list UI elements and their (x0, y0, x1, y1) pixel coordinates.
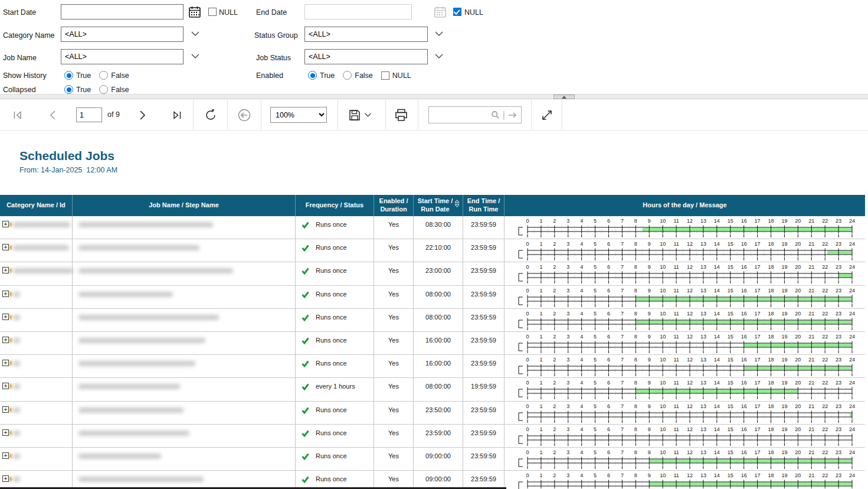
show-history-group: Show History True False (3, 71, 134, 80)
search-icon[interactable] (491, 110, 500, 119)
svg-text:16: 16 (741, 334, 747, 340)
svg-text:16: 16 (741, 288, 747, 294)
svg-text:13: 13 (700, 218, 706, 224)
job-name-combo[interactable] (61, 49, 184, 64)
start-date-null-label: NULL (219, 8, 238, 17)
svg-text:4: 4 (580, 264, 583, 270)
enabled-cell: Yes (374, 216, 414, 239)
search-input[interactable] (429, 111, 491, 119)
back-to-parent-icon[interactable] (235, 106, 253, 124)
end-date-input[interactable] (304, 4, 412, 19)
hours-timeline-chart: 0123456789101112131415161718192021222324 (508, 356, 862, 378)
svg-text:7: 7 (621, 357, 624, 363)
export-save-button[interactable] (345, 107, 375, 123)
expand-plus-icon[interactable]: + (2, 429, 9, 436)
svg-text:16: 16 (741, 380, 747, 386)
first-page-button[interactable] (9, 107, 26, 123)
expand-plus-icon[interactable]: + (2, 475, 9, 482)
start-date-input[interactable] (61, 4, 184, 19)
panel-splitter[interactable] (0, 94, 868, 99)
print-icon[interactable] (392, 106, 410, 124)
expand-plus-icon[interactable]: + (2, 406, 9, 413)
expand-plus-icon[interactable]: + (2, 314, 9, 320)
previous-page-button[interactable] (45, 107, 61, 123)
find-next-arrow-icon[interactable] (508, 112, 517, 119)
end-date-null-checkbox[interactable] (453, 8, 461, 16)
hours-timeline-cell: 0123456789101112131415161718192021222324 (505, 239, 865, 262)
svg-text:23: 23 (836, 218, 841, 224)
svg-text:8: 8 (634, 380, 637, 386)
header-start-time-label: Start Time / Run Date (416, 197, 460, 214)
job-status-combo[interactable] (304, 49, 428, 64)
status-group-combo[interactable] (304, 27, 428, 42)
svg-text:13: 13 (700, 288, 706, 294)
svg-text:11: 11 (673, 472, 679, 478)
job-name-chevron-down-icon[interactable] (191, 53, 199, 61)
hours-timeline-chart: 0123456789101112131415161718192021222324 (508, 403, 862, 425)
page-number-input[interactable] (76, 107, 102, 122)
svg-text:7: 7 (621, 288, 624, 294)
svg-text:3: 3 (566, 241, 569, 247)
table-row: + Runs once Yes 23:00:00 23:59:59 012345… (0, 262, 865, 285)
next-page-button[interactable] (134, 107, 150, 123)
svg-text:10: 10 (660, 426, 666, 432)
collapsed-true-radio[interactable] (64, 85, 73, 94)
svg-text:18: 18 (768, 288, 774, 294)
hours-timeline-chart: 0123456789101112131415161718192021222324 (508, 217, 862, 239)
svg-text:11: 11 (673, 218, 679, 224)
job-name-redacted-text (78, 338, 205, 343)
svg-text:2: 2 (553, 288, 556, 294)
expand-plus-icon[interactable]: + (2, 291, 9, 297)
svg-text:3: 3 (566, 403, 569, 409)
svg-text:1: 1 (539, 357, 542, 363)
collapse-parameters-button[interactable] (553, 94, 575, 99)
sort-icon[interactable] (454, 200, 460, 207)
hours-timeline-cell: 0123456789101112131415161718192021222324 (505, 355, 865, 377)
report-toolbar: of 9 100% | (0, 99, 868, 131)
expand-plus-icon[interactable]: + (2, 452, 9, 459)
collapsed-false-radio[interactable] (99, 85, 108, 94)
enabled-false-radio[interactable] (343, 71, 352, 80)
hours-timeline-cell: 0123456789101112131415161718192021222324 (505, 309, 865, 331)
last-page-button[interactable] (169, 107, 185, 123)
refresh-icon[interactable] (202, 106, 220, 124)
category-name-chevron-down-icon[interactable] (191, 31, 199, 39)
svg-text:14: 14 (714, 472, 720, 478)
expand-plus-icon[interactable]: + (2, 221, 9, 227)
hours-timeline-chart: 0123456789101112131415161718192021222324 (508, 472, 862, 489)
svg-text:20: 20 (795, 426, 801, 432)
show-history-true-radio[interactable] (64, 71, 73, 80)
start-date-calendar-icon[interactable] (188, 5, 201, 19)
svg-text:14: 14 (714, 264, 720, 270)
table-row: + Runs once Yes 16:00:00 23:59:59 012345… (0, 355, 865, 378)
start-date-null-checkbox[interactable] (208, 8, 217, 16)
collapsed-false-label: False (111, 86, 129, 94)
svg-text:13: 13 (700, 426, 706, 432)
expand-plus-icon[interactable]: + (2, 244, 9, 250)
category-name-combo[interactable] (61, 27, 184, 42)
svg-text:17: 17 (755, 426, 761, 432)
category-cell: + (0, 286, 73, 308)
frequency-cell: Runs once (296, 239, 374, 262)
job-name-redacted-text (78, 315, 219, 320)
fullscreen-expand-icon[interactable] (538, 106, 556, 124)
expand-plus-icon[interactable]: + (2, 383, 9, 389)
job-name-cell (73, 402, 296, 424)
show-history-false-radio[interactable] (99, 71, 108, 80)
svg-text:0: 0 (526, 311, 529, 317)
job-status-chevron-down-icon[interactable] (435, 53, 443, 61)
svg-text:5: 5 (594, 218, 597, 224)
status-group-chevron-down-icon[interactable] (435, 31, 443, 39)
expand-plus-icon[interactable]: + (2, 360, 9, 366)
category-cell: + (0, 355, 73, 377)
zoom-select[interactable]: 100% (270, 107, 327, 123)
enabled-cell: Yes (374, 471, 414, 489)
svg-text:5: 5 (594, 311, 597, 317)
enabled-true-radio[interactable] (308, 71, 317, 80)
frequency-cell: Runs once (296, 262, 374, 285)
expand-plus-icon[interactable]: + (2, 267, 9, 273)
expand-plus-icon[interactable]: + (2, 337, 9, 343)
hours-timeline-cell: 0123456789101112131415161718192021222324 (505, 216, 865, 239)
enabled-cell: Yes (374, 286, 414, 308)
enabled-null-checkbox[interactable] (381, 71, 389, 80)
